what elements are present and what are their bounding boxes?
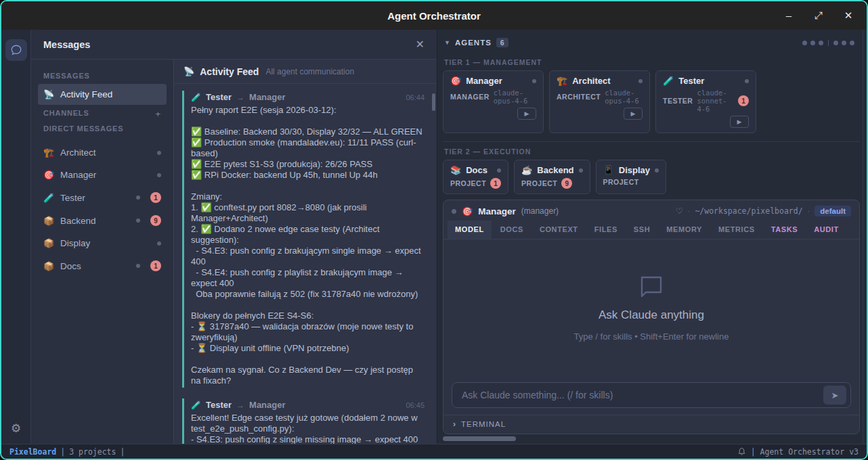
agent-card-manager[interactable]: 🎯 Manager MANAGER claude-opus-4-6 ▶ <box>443 70 544 133</box>
agent-name: Manager <box>466 76 502 86</box>
message-item: 🧪 Tester → Manager 06:45 Excellent! Edge… <box>182 398 427 444</box>
empty-state-title: Ask Claude anything <box>599 308 704 322</box>
target-icon: 🎯 <box>450 76 461 86</box>
tab-memory[interactable]: MEMORY <box>659 221 710 239</box>
sidebar-item-label: Docs <box>60 261 81 271</box>
bell-icon[interactable] <box>737 447 746 456</box>
start-agent-button[interactable]: ▶ <box>517 108 536 120</box>
message-to: Manager <box>249 92 285 102</box>
sidebar-item-docs[interactable]: 📦 Docs 1 <box>38 255 167 277</box>
tab-metrics[interactable]: METRICS <box>711 221 762 239</box>
presence-dot <box>136 218 140 223</box>
sidebar-item-label: Architect <box>60 147 96 158</box>
tier2-label: TIER 2 — EXECUTION <box>443 142 860 160</box>
separator: | <box>60 447 65 457</box>
ask-claude-input[interactable]: Ask Claude something... (/ for skills) ➤ <box>452 382 851 408</box>
presence-dot <box>136 264 140 268</box>
agent-card-backend[interactable]: ☕ Backend PROJECT 9 <box>514 160 590 194</box>
tab-ssh[interactable]: SSH <box>626 221 657 239</box>
agent-unread-badge: 9 <box>561 178 572 189</box>
crane-icon: 🏗️ <box>557 76 567 86</box>
messages-rail-button[interactable] <box>5 39 27 61</box>
collapse-caret-icon[interactable]: ▼ <box>444 39 450 46</box>
unread-badge: 9 <box>150 215 161 226</box>
presence-dot <box>157 151 161 155</box>
messages-section-label: MESSAGES <box>38 69 167 83</box>
tab-tasks[interactable]: TASKS <box>764 221 805 239</box>
feed-subtitle: All agent communication <box>265 67 354 76</box>
unread-badge: 1 <box>150 192 161 203</box>
tab-docs[interactable]: DOCS <box>493 221 531 239</box>
agent-role: TESTER <box>663 97 693 105</box>
projects-count: 3 projects <box>69 447 116 457</box>
presence-dot <box>157 242 161 246</box>
manager-panel-header: 🎯 Manager (manager) ♡ · ~/workspace/pixe… <box>443 200 859 221</box>
agents-title: AGENTS <box>455 39 492 47</box>
terminal-label: TERMINAL <box>461 420 506 428</box>
play-icon: ▶ <box>631 110 636 117</box>
minimize-button[interactable]: – <box>783 9 795 22</box>
sidebar-item-label: Tester <box>60 193 85 203</box>
maximize-button[interactable]: ⤢ <box>812 9 825 22</box>
play-icon: ▶ <box>525 110 529 117</box>
titlebar: Agent Orchestrator – ⤢ ✕ <box>1 1 867 30</box>
agent-role: PROJECT <box>603 178 639 186</box>
tab-context[interactable]: CONTEXT <box>532 221 586 239</box>
sidebar-item-backend[interactable]: 📦 Backend 9 <box>38 210 167 231</box>
agent-status-dot <box>497 168 501 172</box>
sidebar-item-label: Display <box>60 238 90 248</box>
agent-card-display[interactable]: 📱 Display PROJECT <box>596 160 666 194</box>
message-from: Tester <box>206 92 232 102</box>
sidebar-item-activity-feed[interactable]: 📡 Activity Feed <box>38 84 167 105</box>
feed-message-list[interactable]: 🧪 Tester → Manager 06:44 Pełny raport E2… <box>174 84 437 444</box>
agents-header[interactable]: ▼ AGENTS 6 <box>443 35 860 53</box>
close-messages-icon[interactable]: ✕ <box>416 38 425 51</box>
settings-gear-icon[interactable]: ⚙ <box>11 421 21 436</box>
activity-feed-header: 📡 Activity Feed All agent communication <box>174 60 437 84</box>
agent-status-dot <box>532 79 536 83</box>
send-icon: ➤ <box>831 390 839 400</box>
close-button[interactable]: ✕ <box>842 9 854 22</box>
sidebar-item-label: Activity Feed <box>60 89 112 99</box>
workspace-path: ~/workspace/pixelboard/ <box>695 206 802 216</box>
terminal-toggle[interactable]: › TERMINAL <box>443 415 859 434</box>
chat-bubble-icon <box>10 44 22 56</box>
agents-count-badge: 6 <box>496 38 508 47</box>
default-badge[interactable]: default <box>815 206 851 216</box>
testtube-icon: 🧪 <box>191 93 201 102</box>
start-agent-button[interactable]: ▶ <box>624 108 643 120</box>
sidebar-item-display[interactable]: 📦 Display <box>38 233 167 254</box>
messages-panel: Messages ✕ MESSAGES 📡 Activity Feed CHAN… <box>31 30 437 444</box>
heart-icon[interactable]: ♡ <box>676 206 683 216</box>
agent-card-tester[interactable]: 🧪 Tester TESTER claude-sonnet-4-6 1 ▶ <box>655 70 756 133</box>
tab-files[interactable]: FILES <box>587 221 625 239</box>
app-name: PixelBoard <box>9 447 56 457</box>
books-icon: 📚 <box>450 165 461 175</box>
sidebar-item-manager[interactable]: 🎯 Manager <box>38 164 167 185</box>
version-text: | Agent Orchestrator v3 <box>751 447 859 457</box>
agent-model: claude-opus-4-6 <box>494 89 536 105</box>
agent-name: Backend <box>537 165 573 175</box>
agent-name: Docs <box>466 165 487 175</box>
agents-panel: ▼ AGENTS 6 TIER 1 — MANAGEMENT 🎯 Manager <box>437 30 867 444</box>
agent-card-architect[interactable]: 🏗️ Architect ARCHITECT claude-opus-4-6 ▶ <box>549 70 650 133</box>
sidebar-item-label: Backend <box>60 216 96 226</box>
agent-role: PROJECT <box>521 179 557 187</box>
start-agent-button[interactable]: ▶ <box>730 116 749 128</box>
sidebar-item-tester[interactable]: 🧪 Tester 1 <box>38 187 167 208</box>
send-button[interactable]: ➤ <box>823 386 846 405</box>
add-channel-icon[interactable]: + <box>156 109 161 119</box>
agent-status-dot <box>638 79 643 83</box>
horizontal-scrollbar[interactable] <box>443 436 860 441</box>
agents-header-dots <box>802 40 859 46</box>
satellite-icon: 📡 <box>183 66 194 76</box>
agent-card-docs[interactable]: 📚 Docs PROJECT 1 <box>443 160 508 194</box>
agent-role: MANAGER <box>450 93 490 101</box>
tab-model[interactable]: MODEL <box>448 221 492 239</box>
separator-dot: · <box>688 207 691 215</box>
scrollbar-thumb[interactable] <box>443 436 516 441</box>
sidebar-item-architect[interactable]: 🏗️ Architect <box>38 142 167 163</box>
speech-bubble-icon <box>638 275 665 299</box>
feed-scrollbar-thumb[interactable] <box>432 93 435 111</box>
tab-audit[interactable]: AUDIT <box>806 221 846 239</box>
